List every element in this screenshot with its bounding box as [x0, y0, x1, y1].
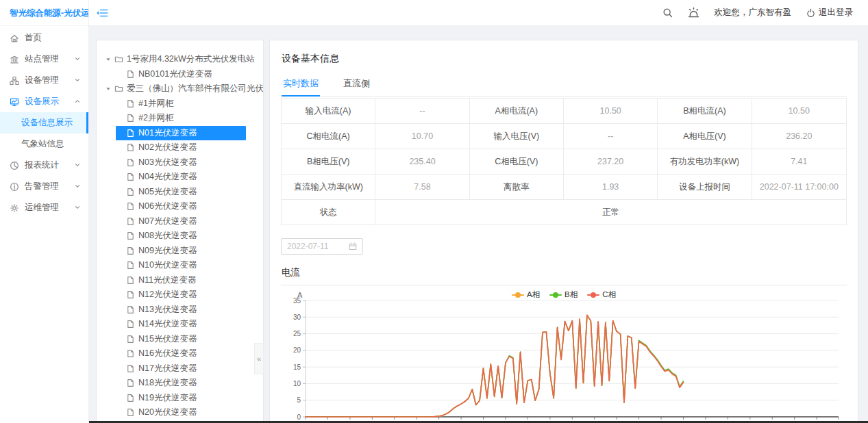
- tree-node-label: #1并网柜: [138, 98, 173, 110]
- tree-device-node[interactable]: N13光伏逆变器: [97, 303, 263, 318]
- tree-device-node[interactable]: N04光伏逆变器: [97, 170, 263, 185]
- tree-device-node[interactable]: NB0101光伏逆变器: [97, 67, 263, 82]
- file-icon: [126, 349, 135, 358]
- tree-device-item[interactable]: N17光伏逆变器: [116, 361, 246, 376]
- tree-device-node[interactable]: #1并网柜: [97, 97, 263, 112]
- tree-device-node[interactable]: N12光伏逆变器: [97, 287, 263, 303]
- device-tree: 1号家用4.32kW分布式光伏发电站NB0101光伏逆变器爱三（佛山）汽车部件有…: [97, 40, 263, 423]
- tree-device-item[interactable]: N02光伏逆变器: [116, 140, 246, 155]
- tree-node-label: N07光伏逆变器: [138, 216, 197, 227]
- calendar-icon: [349, 242, 357, 251]
- legend-item-B相[interactable]: B相: [549, 290, 578, 300]
- sidebar-item-6[interactable]: 运维管理: [0, 197, 88, 218]
- sidebar-item-2[interactable]: 设备管理: [0, 70, 88, 91]
- tree-device-item[interactable]: N05光伏逆变器: [116, 185, 246, 200]
- tree-device-node[interactable]: N02光伏逆变器: [97, 140, 263, 155]
- app-logo: 智光综合能源-光伏运营: [0, 0, 88, 26]
- tree-device-node[interactable]: N20光伏逆变器: [97, 405, 263, 420]
- sidebar-item-5[interactable]: 告警管理: [0, 176, 88, 197]
- tree-node-label: N16光伏逆变器: [138, 348, 197, 359]
- tree-device-node[interactable]: N17光伏逆变器: [97, 361, 263, 376]
- tree-device-item[interactable]: N14光伏逆变器: [116, 317, 246, 332]
- tree-station-node[interactable]: 爱三（佛山）汽车部件有限公司光伏发: [97, 81, 263, 97]
- tree-device-node[interactable]: N08光伏逆变器: [97, 229, 263, 244]
- info-label: A相电流(A): [470, 99, 564, 123]
- tree-station-node[interactable]: 1号家用4.32kW分布式光伏发电站: [97, 52, 263, 67]
- tree-device-item[interactable]: N16光伏逆变器: [116, 346, 246, 361]
- tree-device-node[interactable]: N07光伏逆变器: [97, 214, 263, 229]
- info-label: 状态: [282, 200, 375, 225]
- sidebar-item-0[interactable]: 首页: [0, 27, 88, 49]
- tree-device-node[interactable]: N15光伏逆变器: [97, 332, 263, 347]
- logout-label: 退出登录: [819, 7, 853, 18]
- file-icon: [126, 70, 135, 79]
- tree-device-item[interactable]: N09光伏逆变器: [116, 244, 246, 259]
- tree-device-item[interactable]: N01光伏逆变器: [116, 126, 246, 141]
- caret-down-icon[interactable]: [105, 86, 112, 92]
- sidebar-item-4[interactable]: 报表统计: [0, 155, 88, 176]
- sidebar-subitem-3-0[interactable]: 设备信息展示: [0, 112, 88, 133]
- topbar: 欢迎您，广东智有盈 退出登录: [89, 0, 868, 26]
- file-icon: [126, 379, 135, 387]
- tree-device-node[interactable]: N14光伏逆变器: [97, 317, 263, 332]
- tree-device-item[interactable]: N03光伏逆变器: [116, 155, 246, 170]
- tree-device-item[interactable]: N13光伏逆变器: [116, 303, 246, 318]
- tab-dc-side[interactable]: 直流侧: [342, 75, 371, 96]
- tree-device-node[interactable]: N05光伏逆变器: [97, 185, 263, 200]
- tree-node-label: N01光伏逆变器: [138, 127, 197, 139]
- tree-device-item[interactable]: N20光伏逆变器: [116, 405, 246, 420]
- tree-node-label: N11光伏逆变器: [138, 274, 197, 286]
- sidebar-item-3[interactable]: 设备展示: [0, 91, 88, 112]
- tree-collapse-handle[interactable]: «: [254, 343, 264, 374]
- tree-device-node[interactable]: N01光伏逆变器: [97, 126, 263, 141]
- search-icon[interactable]: [662, 8, 673, 18]
- table-row: 输入电流(A)--A相电流(A)10.50B相电流(A)10.50: [282, 99, 846, 124]
- tree-device-item[interactable]: N10光伏逆变器: [116, 258, 246, 273]
- tree-device-item[interactable]: N06光伏逆变器: [116, 199, 246, 214]
- tree-device-item[interactable]: N08光伏逆变器: [116, 229, 246, 244]
- tab-realtime-data[interactable]: 实时数据: [282, 75, 320, 96]
- date-picker[interactable]: 2022-07-11: [281, 238, 363, 255]
- tree-device-item[interactable]: N07光伏逆变器: [116, 214, 246, 229]
- legend-item-C相[interactable]: C相: [587, 290, 616, 300]
- tree-device-item[interactable]: #2并网柜: [116, 111, 246, 126]
- caret-down-icon[interactable]: [105, 56, 112, 63]
- table-row: B相电压(V)235.40C相电压(V)237.20有功发电功率(kW)7.41: [282, 149, 846, 175]
- info-label: B相电压(V): [282, 149, 375, 174]
- legend-item-A相[interactable]: A相: [512, 290, 540, 300]
- legend-marker-icon: [512, 294, 524, 296]
- app-window: 智光综合能源-光伏运营 首页站点管理设备管理设备展示设备信息展示气象站信息报表统…: [0, 0, 868, 423]
- tree-device-node[interactable]: N11光伏逆变器: [97, 273, 263, 288]
- info-value: 10.70: [375, 124, 469, 149]
- tree-device-node[interactable]: N16光伏逆变器: [97, 346, 263, 361]
- info-value: 1.93: [564, 175, 658, 199]
- tree-device-node[interactable]: N09光伏逆变器: [97, 244, 263, 259]
- tree-device-item[interactable]: NB0101光伏逆变器: [116, 67, 246, 82]
- tree-device-item[interactable]: N11光伏逆变器: [116, 273, 246, 288]
- tree-device-node[interactable]: N18光伏逆变器: [97, 376, 263, 391]
- tree-device-node[interactable]: N03光伏逆变器: [97, 155, 263, 170]
- tree-device-node[interactable]: N19光伏逆变器: [97, 391, 263, 406]
- menu-fold-icon[interactable]: [96, 7, 108, 19]
- sidebar-subitem-3-1[interactable]: 气象站信息: [0, 133, 88, 155]
- tree-node-label: N15光伏逆变器: [138, 333, 197, 345]
- sidebar-item-1[interactable]: 站点管理: [0, 49, 88, 70]
- tree-device-node[interactable]: N10光伏逆变器: [97, 258, 263, 273]
- alarm-icon[interactable]: [688, 7, 699, 18]
- sidebar-item-label: 运维管理: [25, 202, 59, 214]
- tree-device-item[interactable]: N12光伏逆变器: [116, 287, 246, 303]
- tab-bar: 实时数据直流侧: [281, 75, 847, 97]
- logout-button[interactable]: 退出登录: [806, 7, 853, 18]
- tree-device-item[interactable]: N15光伏逆变器: [116, 332, 246, 347]
- folder-icon: [114, 84, 123, 93]
- tree-device-node[interactable]: N06光伏逆变器: [97, 199, 263, 214]
- info-value: 7.58: [375, 175, 469, 199]
- tree-device-item[interactable]: N18光伏逆变器: [116, 376, 246, 391]
- tree-device-item[interactable]: N19光伏逆变器: [116, 391, 246, 406]
- tree-device-item[interactable]: #1并网柜: [116, 97, 246, 112]
- tree-device-item[interactable]: N04光伏逆变器: [116, 170, 246, 185]
- info-label: 直流输入功率(kW): [282, 175, 375, 199]
- file-icon: [126, 261, 135, 270]
- tree-device-node[interactable]: #2并网柜: [97, 111, 263, 126]
- file-icon: [126, 320, 135, 329]
